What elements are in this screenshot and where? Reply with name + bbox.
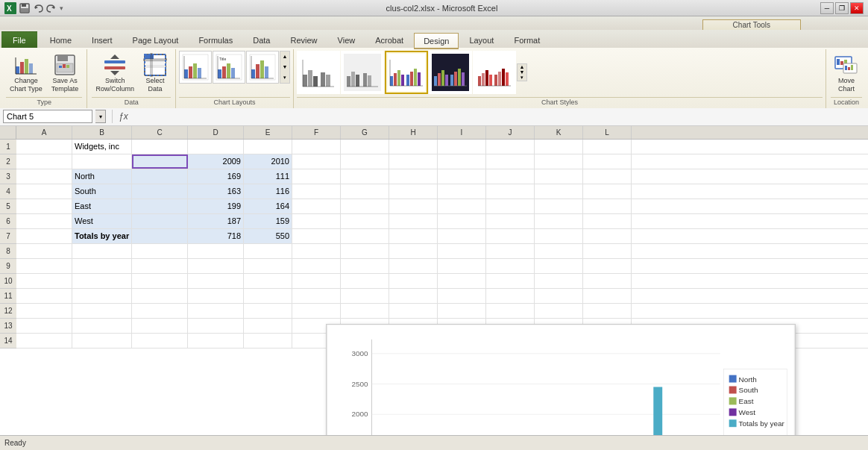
cell-h2[interactable] bbox=[389, 154, 438, 169]
undo-quick-icon[interactable] bbox=[33, 3, 43, 13]
cell-i4[interactable] bbox=[438, 184, 486, 199]
cell-k4[interactable] bbox=[535, 184, 583, 199]
restore-btn[interactable]: ❐ bbox=[835, 2, 849, 14]
cell-i6[interactable] bbox=[438, 214, 486, 228]
chart-container[interactable]: 0 500 1000 1500 2000 2500 3000 2009 bbox=[326, 324, 796, 450]
cell-c10[interactable] bbox=[132, 274, 188, 288]
cell-l8[interactable] bbox=[583, 244, 632, 258]
cell-j10[interactable] bbox=[486, 274, 535, 288]
name-box-dropdown[interactable]: ▾ bbox=[95, 110, 106, 123]
cell-e9[interactable] bbox=[244, 259, 292, 273]
cell-g5[interactable] bbox=[341, 199, 389, 213]
cell-e3[interactable]: 111 bbox=[244, 169, 292, 184]
cell-g1[interactable] bbox=[341, 140, 389, 154]
cell-b8[interactable] bbox=[72, 244, 132, 258]
cell-f2[interactable] bbox=[292, 154, 341, 169]
cell-d4[interactable]: 163 bbox=[188, 184, 244, 199]
cell-g10[interactable] bbox=[341, 274, 389, 288]
cell-b14[interactable] bbox=[72, 334, 132, 348]
cell-k10[interactable] bbox=[535, 274, 583, 288]
cell-i8[interactable] bbox=[438, 244, 486, 258]
cell-e6[interactable]: 159 bbox=[244, 214, 292, 228]
cell-d14[interactable] bbox=[188, 334, 244, 348]
cell-l2[interactable] bbox=[583, 154, 632, 169]
cell-i12[interactable] bbox=[438, 304, 486, 318]
chart-layouts-scroll[interactable]: ▲ ▼ ▾ bbox=[280, 51, 290, 84]
cell-a10[interactable] bbox=[16, 274, 72, 288]
cell-e11[interactable] bbox=[244, 289, 292, 303]
cell-a14[interactable] bbox=[16, 334, 72, 348]
cell-f3[interactable] bbox=[292, 169, 341, 184]
cell-f6[interactable] bbox=[292, 214, 341, 228]
cell-b4[interactable]: South bbox=[72, 184, 132, 199]
chart-style-4[interactable] bbox=[429, 51, 472, 94]
cell-a13[interactable] bbox=[16, 319, 72, 333]
cell-b10[interactable] bbox=[72, 274, 132, 288]
cell-e1[interactable] bbox=[244, 140, 292, 154]
cell-e4[interactable]: 116 bbox=[244, 184, 292, 199]
cell-b9[interactable] bbox=[72, 259, 132, 273]
cell-g3[interactable] bbox=[341, 169, 389, 184]
cell-a6[interactable] bbox=[16, 214, 72, 228]
cell-a5[interactable] bbox=[16, 199, 72, 213]
cell-f8[interactable] bbox=[292, 244, 341, 258]
cell-c6[interactable] bbox=[132, 214, 188, 228]
cell-d6[interactable]: 187 bbox=[188, 214, 244, 228]
cell-g9[interactable] bbox=[341, 259, 389, 273]
cell-l3[interactable] bbox=[583, 169, 632, 184]
tab-formulas[interactable]: Formulas bbox=[189, 31, 242, 48]
cell-e10[interactable] bbox=[244, 274, 292, 288]
redo-quick-icon[interactable] bbox=[46, 3, 57, 13]
cell-h3[interactable] bbox=[389, 169, 438, 184]
tab-file[interactable]: File bbox=[1, 31, 37, 48]
cell-c5[interactable] bbox=[132, 199, 188, 213]
cell-c7[interactable] bbox=[132, 229, 188, 243]
cell-e8[interactable] bbox=[244, 244, 292, 258]
chart-style-2[interactable] bbox=[341, 51, 384, 94]
cell-e2[interactable]: 2010 bbox=[244, 154, 292, 169]
cell-h7[interactable] bbox=[389, 229, 438, 243]
cell-k1[interactable] bbox=[535, 140, 583, 154]
tab-format[interactable]: Format bbox=[504, 31, 550, 48]
cell-k9[interactable] bbox=[535, 259, 583, 273]
cell-j7[interactable] bbox=[486, 229, 535, 243]
save-quick-icon[interactable] bbox=[19, 3, 30, 13]
cell-c14[interactable] bbox=[132, 334, 188, 348]
chart-style-1[interactable] bbox=[297, 51, 340, 94]
cell-f9[interactable] bbox=[292, 259, 341, 273]
tab-design[interactable]: Design bbox=[414, 33, 459, 49]
cell-c11[interactable] bbox=[132, 289, 188, 303]
cell-k3[interactable] bbox=[535, 169, 583, 184]
cell-j5[interactable] bbox=[486, 199, 535, 213]
cell-d3[interactable]: 169 bbox=[188, 169, 244, 184]
cell-h6[interactable] bbox=[389, 214, 438, 228]
tab-page-layout[interactable]: Page Layout bbox=[123, 31, 189, 48]
tab-home[interactable]: Home bbox=[40, 31, 81, 48]
minimize-btn[interactable]: ─ bbox=[820, 2, 834, 14]
close-btn[interactable]: ✕ bbox=[850, 2, 864, 14]
cell-d1[interactable] bbox=[188, 140, 244, 154]
cell-g4[interactable] bbox=[341, 184, 389, 199]
cell-l11[interactable] bbox=[583, 289, 632, 303]
cell-i2[interactable] bbox=[438, 154, 486, 169]
cell-i11[interactable] bbox=[438, 289, 486, 303]
cell-g7[interactable] bbox=[341, 229, 389, 243]
cell-f11[interactable] bbox=[292, 289, 341, 303]
cell-a9[interactable] bbox=[16, 259, 72, 273]
cell-c9[interactable] bbox=[132, 259, 188, 273]
cell-i1[interactable] bbox=[438, 140, 486, 154]
cell-e12[interactable] bbox=[244, 304, 292, 318]
cell-l9[interactable] bbox=[583, 259, 632, 273]
chart-layout-1[interactable] bbox=[179, 51, 212, 84]
cell-b3[interactable]: North bbox=[72, 169, 132, 184]
chart-layout-2[interactable]: Title bbox=[213, 51, 245, 84]
chart-styles-scroll[interactable]: ▲ ▼ ▾ bbox=[517, 63, 527, 81]
customize-btn[interactable]: ▾ bbox=[60, 4, 63, 12]
cell-a4[interactable] bbox=[16, 184, 72, 199]
cell-h8[interactable] bbox=[389, 244, 438, 258]
cell-d12[interactable] bbox=[188, 304, 244, 318]
cell-b7[interactable]: Totals by year bbox=[72, 229, 132, 243]
cell-d11[interactable] bbox=[188, 289, 244, 303]
cell-k7[interactable] bbox=[535, 229, 583, 243]
cell-l12[interactable] bbox=[583, 304, 632, 318]
